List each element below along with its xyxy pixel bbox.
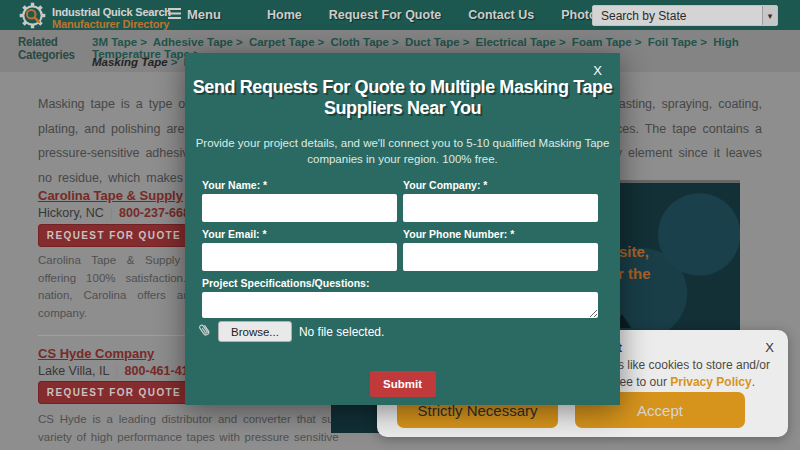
submit-button[interactable]: Submit xyxy=(370,371,436,397)
company-input[interactable] xyxy=(403,194,598,222)
company-field-group: Your Company: * xyxy=(403,179,598,222)
phone-label: Your Phone Number: * xyxy=(403,228,598,240)
email-label: Your Email: * xyxy=(202,228,397,240)
rfq-modal: X Send Requests For Quote to Multiple Ma… xyxy=(185,53,620,405)
modal-subtitle: Provide your project details, and we'll … xyxy=(185,135,620,167)
browse-file-button[interactable]: Browse... xyxy=(218,321,292,342)
file-status-text: No file selected. xyxy=(299,325,384,339)
name-field-group: Your Name: * xyxy=(202,179,397,222)
company-label: Your Company: * xyxy=(403,179,598,191)
modal-title: Send Requests For Quote to Multiple Mask… xyxy=(185,77,620,119)
name-input[interactable] xyxy=(202,194,397,222)
phone-field-group: Your Phone Number: * xyxy=(403,228,598,271)
email-field-group: Your Email: * xyxy=(202,228,397,271)
cookie-close-icon[interactable]: X xyxy=(765,340,774,355)
file-upload-row: Browse... No file selected. xyxy=(200,321,384,342)
project-specs-label: Project Specifications/Questions: xyxy=(202,277,598,289)
name-label: Your Name: * xyxy=(202,179,397,191)
email-input[interactable] xyxy=(202,243,397,271)
phone-input[interactable] xyxy=(403,243,598,271)
project-field-group: Project Specifications/Questions: xyxy=(202,277,598,322)
modal-close-icon[interactable]: X xyxy=(593,63,602,78)
project-specs-textarea[interactable] xyxy=(202,292,598,318)
paperclip-icon xyxy=(196,321,216,343)
privacy-policy-link[interactable]: Privacy Policy xyxy=(670,375,751,389)
